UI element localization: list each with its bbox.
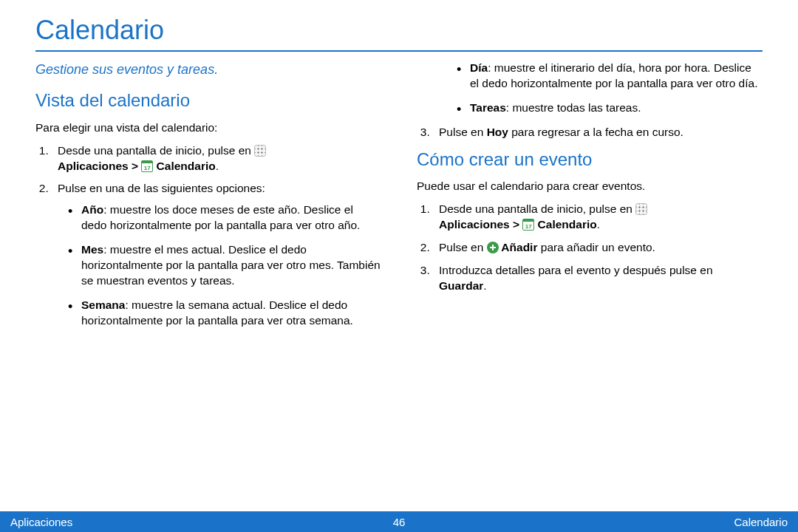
text: Pulse en bbox=[439, 126, 487, 138]
title-rule bbox=[35, 50, 763, 52]
gt: > bbox=[510, 218, 523, 231]
text: : muestre el mes actual. Deslice el dedo… bbox=[81, 243, 381, 287]
bullet-ano: Año: muestre los doce meses de este año.… bbox=[68, 202, 381, 233]
apps-label: Aplicaciones bbox=[58, 160, 129, 172]
section-heading-vista: Vista del calendario bbox=[35, 89, 381, 112]
text: Pulse en bbox=[439, 241, 487, 253]
apps-icon bbox=[254, 145, 266, 157]
label: Tareas bbox=[470, 101, 506, 114]
text: para añadir un evento. bbox=[537, 241, 655, 253]
calendar-icon bbox=[141, 160, 153, 172]
bullet-tareas: Tareas: muestre todas las tareas. bbox=[457, 100, 763, 116]
footer-left: Aplicaciones bbox=[10, 516, 72, 528]
dot: . bbox=[597, 218, 600, 231]
calendar-icon bbox=[522, 219, 534, 231]
save-label: Guardar bbox=[439, 279, 483, 292]
calendar-label: Calendario bbox=[534, 218, 596, 231]
section1-steps: Desde una pantalla de inicio, pulse en A… bbox=[35, 143, 381, 329]
section1-steps-cont: Pulse en Hoy para regresar a la fecha en… bbox=[417, 125, 763, 140]
section1-step1: Desde una pantalla de inicio, pulse en A… bbox=[52, 143, 381, 174]
section2-steps: Desde una pantalla de inicio, pulse en A… bbox=[417, 202, 763, 294]
text: Pulse en una de las siguientes opciones: bbox=[58, 182, 265, 194]
column-right: Día: muestre el itinerario del día, hora… bbox=[417, 61, 763, 338]
text: Desde una pantalla de inicio, pulse en bbox=[58, 144, 254, 157]
apps-label: Aplicaciones bbox=[439, 218, 510, 231]
footer-page-number: 46 bbox=[393, 516, 406, 528]
section2-step3: Introduzca detalles para el evento y des… bbox=[433, 263, 763, 294]
apps-icon bbox=[635, 203, 647, 215]
section1-step3: Pulse en Hoy para regresar a la fecha en… bbox=[433, 125, 763, 140]
dot: . bbox=[216, 160, 219, 172]
label: Mes bbox=[81, 243, 103, 256]
bullet-semana: Semana: muestre la semana actual. Deslic… bbox=[68, 298, 381, 329]
section-heading-crear: Cómo crear un evento bbox=[417, 148, 763, 171]
text: : muestre todas las tareas. bbox=[506, 101, 641, 114]
section2-step1: Desde una pantalla de inicio, pulse en A… bbox=[433, 202, 763, 233]
hoy-label: Hoy bbox=[487, 126, 508, 138]
label: Día bbox=[470, 61, 488, 74]
gt: > bbox=[129, 160, 142, 172]
label: Semana bbox=[81, 299, 125, 311]
section2-step2: Pulse en Añadir para añadir un evento. bbox=[433, 240, 763, 256]
text: Introduzca detalles para el evento y des… bbox=[439, 264, 713, 276]
calendar-label: Calendario bbox=[153, 160, 215, 172]
label: Año bbox=[81, 203, 103, 216]
section1-step2: Pulse en una de las siguientes opciones:… bbox=[52, 181, 381, 328]
text: : muestre el itinerario del día, hora po… bbox=[470, 61, 757, 89]
text: para regresar a la fecha en curso. bbox=[508, 126, 683, 138]
column-left: Gestione sus eventos y tareas. Vista del… bbox=[35, 61, 381, 338]
footer-right: Calendario bbox=[734, 516, 788, 528]
add-label: Añadir bbox=[499, 241, 538, 253]
page-subtitle: Gestione sus eventos y tareas. bbox=[35, 61, 381, 78]
page-footer: Aplicaciones 46 Calendario bbox=[0, 511, 798, 532]
bullet-mes: Mes: muestre el mes actual. Deslice el d… bbox=[68, 242, 381, 289]
text: : muestre los doce meses de este año. De… bbox=[81, 203, 360, 231]
bullet-dia: Día: muestre el itinerario del día, hora… bbox=[457, 61, 763, 92]
dot: . bbox=[483, 279, 486, 292]
plus-icon bbox=[487, 242, 499, 253]
section2-intro: Puede usar el calendario para crear even… bbox=[417, 179, 763, 194]
text: Desde una pantalla de inicio, pulse en bbox=[439, 202, 635, 215]
section1-intro: Para elegir una vista del calendario: bbox=[35, 120, 381, 136]
page-title: Calendario bbox=[35, 15, 763, 46]
content-columns: Gestione sus eventos y tareas. Vista del… bbox=[35, 61, 763, 338]
